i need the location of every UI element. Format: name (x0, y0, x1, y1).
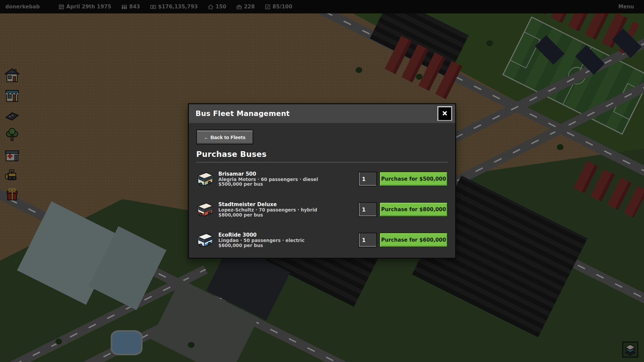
modal-layer: Bus Fleet Management ← Back to Fleets Pu… (0, 0, 644, 362)
bus-teal-icon (196, 171, 214, 187)
bus-name: Stadtmeister Deluxe (218, 202, 317, 207)
bus-price: $800,000 per bus (218, 213, 317, 218)
bus-specs: Alegria Motors · 60 passengers · diesel (218, 177, 318, 182)
purchase-button[interactable]: Purchase for $800,000 (379, 202, 448, 217)
bus-row: Brisamar 500 Alegria Motors · 60 passeng… (196, 171, 448, 187)
bus-price: $600,000 per bus (218, 243, 305, 248)
bus-name: EcoRide 3000 (218, 232, 305, 238)
quantity-input[interactable] (358, 172, 377, 186)
bus-row: Stadtmeister Deluxe Lopez-Schultz · 70 p… (196, 202, 448, 217)
purchase-button[interactable]: Purchase for $600,000 (379, 233, 448, 247)
bus-info: EcoRide 3000 Lingdao · 50 passengers · e… (218, 232, 305, 248)
purchase-button[interactable]: Purchase for $500,000 (379, 172, 448, 186)
bus-price: $500,000 per bus (218, 182, 318, 187)
purchase-controls: Purchase for $500,000 (358, 172, 448, 186)
bus-red-icon (196, 202, 214, 217)
bus-info: Stadtmeister Deluxe Lopez-Schultz · 70 p… (218, 202, 317, 217)
game-screen: donerkebab April 29th 1975 (0, 0, 644, 362)
bus-fleet-modal: Bus Fleet Management ← Back to Fleets Pu… (188, 103, 456, 259)
bus-specs: Lopez-Schultz · 70 passengers · hybrid (218, 207, 317, 213)
modal-title: Bus Fleet Management (196, 110, 290, 118)
quantity-input[interactable] (358, 233, 377, 247)
bus-name: Brisamar 500 (218, 171, 318, 177)
purchase-controls: Purchase for $800,000 (358, 202, 448, 217)
bus-info: Brisamar 500 Alegria Motors · 60 passeng… (218, 171, 318, 187)
modal-body: ← Back to Fleets Purchase Buses (189, 123, 455, 255)
back-to-fleets-button[interactable]: ← Back to Fleets (196, 130, 253, 144)
section-title: Purchase Buses (196, 150, 448, 159)
close-button[interactable] (437, 106, 452, 121)
bus-blue-icon (196, 232, 214, 248)
x-icon (441, 110, 448, 118)
quantity-input[interactable] (358, 202, 377, 217)
bus-row: EcoRide 3000 Lingdao · 50 passengers · e… (196, 232, 448, 248)
purchase-controls: Purchase for $600,000 (358, 233, 448, 247)
modal-header: Bus Fleet Management (189, 104, 455, 123)
bus-specs: Lingdao · 50 passengers · electric (218, 238, 305, 243)
section-divider (196, 162, 448, 163)
